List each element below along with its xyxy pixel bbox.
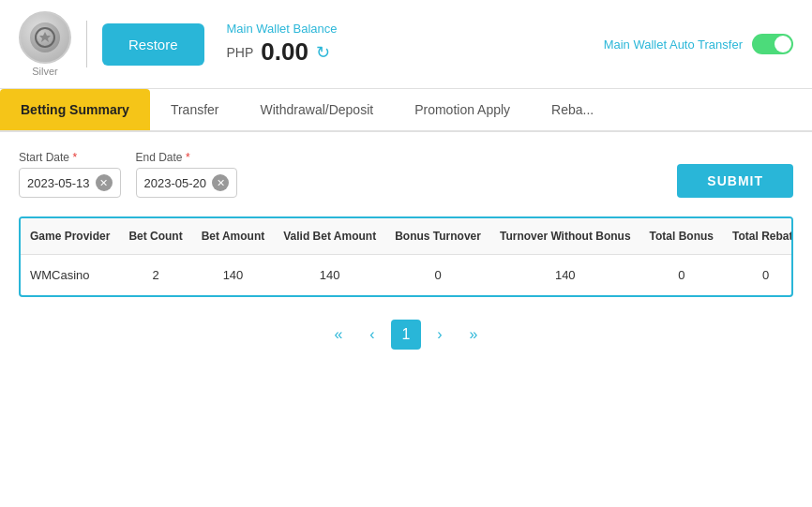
end-date-clear-button[interactable]: ✕	[212, 174, 229, 191]
start-date-input[interactable]: 2023-05-13 ✕	[19, 168, 121, 198]
col-bet-amount: Bet Amount	[192, 218, 275, 255]
cell-bet-count: 2	[119, 255, 191, 296]
cell-valid-bet-amount: 140	[274, 255, 385, 296]
cell-total-bonus: 0	[640, 255, 723, 296]
auto-transfer-section: Main Wallet Auto Transfer	[604, 34, 793, 54]
table-row: WMCasino 2 140 140 0 140 0 0	[21, 255, 793, 296]
logo-icon	[35, 27, 55, 48]
end-date-label: End Date *	[136, 151, 238, 164]
cell-game-provider: WMCasino	[21, 255, 119, 296]
currency-label: PHP	[227, 45, 254, 60]
cell-total-rebate: 0	[723, 255, 793, 296]
tab-transfer[interactable]: Transfer	[150, 89, 240, 130]
col-total-bonus: Total Bonus	[640, 218, 723, 255]
svg-marker-1	[39, 32, 51, 42]
tabs-bar: Betting Summary Transfer Withdrawal/Depo…	[0, 89, 812, 132]
wallet-label: Main Wallet Balance	[227, 22, 338, 36]
col-game-provider: Game Provider	[21, 218, 119, 255]
submit-button[interactable]: SUBMIT	[677, 164, 793, 198]
logo-wrapper: Silver	[19, 11, 71, 77]
start-date-value: 2023-05-13	[27, 176, 90, 190]
tab-promotion-apply[interactable]: Promotion Apply	[394, 89, 531, 130]
refresh-icon[interactable]: ↻	[316, 42, 330, 63]
start-date-required: *	[72, 151, 77, 164]
tab-rebate[interactable]: Reba...	[531, 89, 614, 130]
balance-value: 0.00	[261, 37, 308, 67]
cell-bet-amount: 140	[192, 255, 275, 296]
cell-bonus-turnover: 0	[385, 255, 490, 296]
end-date-required: *	[186, 151, 190, 164]
table-wrapper: Game Provider Bet Count Bet Amount Valid…	[19, 216, 793, 297]
wallet-section: Main Wallet Balance PHP 0.00 ↻	[227, 22, 338, 67]
content-area: Start Date * 2023-05-13 ✕ End Date * 202…	[0, 132, 812, 507]
app-container: Silver Restore Main Wallet Balance PHP 0…	[0, 0, 812, 507]
filters-row: Start Date * 2023-05-13 ✕ End Date * 202…	[19, 151, 793, 198]
col-turnover-without-bonus: Turnover Without Bonus	[490, 218, 640, 255]
next-page-button[interactable]: ›	[425, 320, 455, 350]
last-page-button[interactable]: »	[459, 320, 489, 350]
end-date-group: End Date * 2023-05-20 ✕	[136, 151, 238, 198]
tab-withdrawal-deposit[interactable]: Withdrawal/Deposit	[240, 89, 395, 130]
header: Silver Restore Main Wallet Balance PHP 0…	[0, 0, 812, 89]
start-date-group: Start Date * 2023-05-13 ✕	[19, 151, 121, 198]
prev-page-button[interactable]: ‹	[357, 320, 387, 350]
betting-summary-table: Game Provider Bet Count Bet Amount Valid…	[21, 218, 793, 295]
wallet-balance-row: PHP 0.00 ↻	[227, 37, 338, 67]
auto-transfer-toggle[interactable]	[752, 34, 793, 54]
start-date-label: Start Date *	[19, 151, 121, 164]
current-page-button[interactable]: 1	[391, 320, 421, 350]
auto-transfer-label: Main Wallet Auto Transfer	[604, 37, 743, 52]
first-page-button[interactable]: «	[323, 320, 353, 350]
logo-inner	[30, 22, 60, 52]
col-bonus-turnover: Bonus Turnover	[385, 218, 490, 255]
col-total-rebate: Total Rebate	[723, 218, 793, 255]
header-divider	[86, 21, 87, 67]
restore-button[interactable]: Restore	[102, 23, 204, 66]
col-valid-bet-amount: Valid Bet Amount	[274, 218, 385, 255]
end-date-value: 2023-05-20	[144, 176, 207, 190]
col-bet-count: Bet Count	[119, 218, 191, 255]
start-date-clear-button[interactable]: ✕	[96, 174, 113, 191]
user-level-label: Silver	[32, 66, 58, 77]
cell-turnover-without-bonus: 140	[490, 255, 640, 296]
table-header-row: Game Provider Bet Count Bet Amount Valid…	[21, 218, 793, 255]
end-date-input[interactable]: 2023-05-20 ✕	[136, 168, 238, 198]
pagination: « ‹ 1 › »	[19, 320, 793, 350]
logo-circle	[19, 11, 71, 64]
tab-betting-summary[interactable]: Betting Summary	[0, 89, 150, 130]
